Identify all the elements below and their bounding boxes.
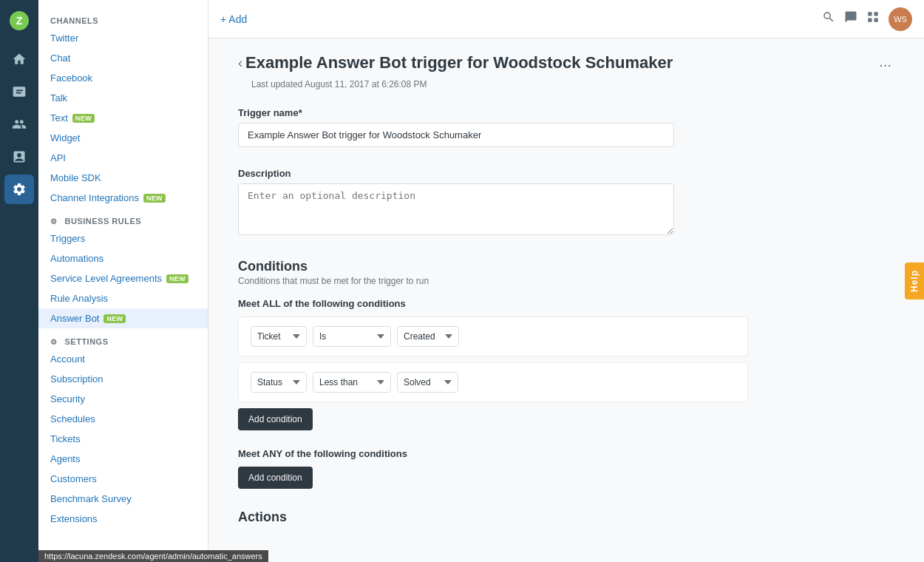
condition-1-col3-select[interactable]: Created Updated Solved <box>397 326 459 347</box>
search-icon[interactable] <box>822 10 835 27</box>
sla-badge: NEW <box>166 274 188 283</box>
extensions-label: Extensions <box>50 513 98 524</box>
sidebar-item-security[interactable]: Security <box>38 389 208 409</box>
url-bar: https://lacuna.zendesk.com/agent/admin/a… <box>38 550 268 562</box>
sidebar-item-facebook[interactable]: Facebook <box>38 68 208 88</box>
sidebar-item-sla[interactable]: Service Level Agreements NEW <box>38 268 208 288</box>
sidebar-item-extensions[interactable]: Extensions <box>38 509 208 529</box>
tickets-label: Tickets <box>50 433 81 444</box>
main-wrapper: + Add WS ‹ Example Answer Bot trigger fo… <box>208 0 924 562</box>
conditions-subtitle: Conditions that must be met for the trig… <box>238 276 894 286</box>
topbar: + Add WS <box>208 0 924 38</box>
actions-title: Actions <box>238 509 894 525</box>
condition-1-col2-select[interactable]: Is Is not Less than Greater than <box>313 326 391 347</box>
help-button[interactable]: Help <box>905 263 924 299</box>
chat-icon[interactable] <box>844 10 857 27</box>
condition-row-2: Status Ticket Priority Less than Is Is n… <box>238 362 748 402</box>
avatar-initials: WS <box>894 15 907 24</box>
business-rules-section-header: ⚙ BUSINESS RULES <box>38 208 208 228</box>
sidebar-item-answer-bot[interactable]: Answer Bot NEW <box>38 308 208 328</box>
trigger-name-section: Trigger name* <box>238 107 894 147</box>
sidebar-item-talk[interactable]: Talk <box>38 88 208 108</box>
sidebar-item-triggers[interactable]: Triggers <box>38 228 208 248</box>
add-condition-all-button[interactable]: Add condition <box>238 408 313 430</box>
sidebar-item-rule-analysis[interactable]: Rule Analysis <box>38 288 208 308</box>
grid-icon[interactable] <box>866 10 880 27</box>
sidebar-item-channel-integrations[interactable]: Channel Integrations NEW <box>38 188 208 208</box>
sidebar-item-automations[interactable]: Automations <box>38 248 208 268</box>
agents-label: Agents <box>50 453 80 464</box>
nav-settings-icon[interactable] <box>4 175 34 204</box>
sidebar-item-account[interactable]: Account <box>38 349 208 369</box>
condition-2-col2-select[interactable]: Less than Is Is not Greater than <box>313 372 391 393</box>
conditions-title: Conditions <box>238 259 894 274</box>
subscription-label: Subscription <box>50 373 103 385</box>
sidebar-item-mobile-sdk[interactable]: Mobile SDK <box>38 168 208 188</box>
sidebar-item-customers[interactable]: Customers <box>38 469 208 489</box>
main-content: ‹ Example Answer Bot trigger for Woodsto… <box>208 38 924 562</box>
nav-tickets-icon[interactable] <box>4 77 34 106</box>
avatar[interactable]: WS <box>889 7 912 31</box>
topbar-left: + Add <box>220 13 247 25</box>
settings-section-header: ⚙ SETTINGS <box>38 328 208 349</box>
answer-bot-label: Answer Bot <box>50 313 99 324</box>
sidebar-item-api[interactable]: API <box>38 148 208 168</box>
logo: Z <box>6 7 33 34</box>
settings-header-label: SETTINGS <box>65 337 109 346</box>
customers-label: Customers <box>50 473 97 484</box>
topbar-right: WS <box>822 7 912 31</box>
title-with-back: ‹ Example Answer Bot trigger for Woodsto… <box>238 53 673 72</box>
schedules-label: Schedules <box>50 413 95 424</box>
trigger-name-label: Trigger name* <box>238 107 894 118</box>
rule-analysis-label: Rule Analysis <box>50 293 108 304</box>
description-section: Description <box>238 168 894 238</box>
facebook-label: Facebook <box>50 72 92 84</box>
add-button[interactable]: + Add <box>220 13 247 25</box>
condition-row-1: Ticket Status Priority Is Is not Less th… <box>238 316 748 356</box>
conditions-section: Conditions Conditions that must be met f… <box>238 259 894 525</box>
condition-2-col3-select[interactable]: Solved Open Pending Closed <box>397 372 458 393</box>
channels-header-label: CHANNELS <box>50 16 98 25</box>
text-badge: NEW <box>72 114 95 123</box>
sidebar-item-twitter[interactable]: Twitter <box>38 28 208 48</box>
description-textarea[interactable] <box>238 183 674 235</box>
widget-label: Widget <box>50 132 80 143</box>
channel-integrations-label: Channel Integrations <box>50 192 139 203</box>
twitter-label: Twitter <box>50 33 78 44</box>
sidebar-item-text[interactable]: Text NEW <box>38 108 208 128</box>
nav-users-icon[interactable] <box>4 109 34 139</box>
nav-reports-icon[interactable] <box>4 142 34 172</box>
trigger-name-input[interactable] <box>238 123 674 147</box>
meet-all-label: Meet ALL of the following conditions <box>238 298 894 309</box>
icon-nav: Z <box>0 0 38 562</box>
description-label: Description <box>238 168 894 179</box>
mobile-sdk-label: Mobile SDK <box>50 172 101 183</box>
sidebar-item-agents[interactable]: Agents <box>38 449 208 469</box>
sidebar-item-chat[interactable]: Chat <box>38 48 208 68</box>
triggers-label: Triggers <box>50 233 85 244</box>
page-title-row: ‹ Example Answer Bot trigger for Woodsto… <box>238 53 894 76</box>
benchmark-survey-label: Benchmark Survey <box>50 493 132 504</box>
add-condition-any-button[interactable]: Add condition <box>238 467 313 489</box>
meet-any-section: Meet ANY of the following conditions Add… <box>238 448 894 489</box>
back-button[interactable]: ‹ <box>238 55 242 71</box>
api-label: API <box>50 152 66 163</box>
security-label: Security <box>50 393 85 404</box>
text-label: Text <box>50 112 68 123</box>
page-subtitle: Last updated August 11, 2017 at 6:26:08 … <box>251 79 894 89</box>
actions-section: Actions <box>238 509 894 525</box>
svg-text:Z: Z <box>16 15 23 27</box>
more-options-button[interactable]: ··· <box>876 53 894 76</box>
sidebar-item-tickets[interactable]: Tickets <box>38 429 208 449</box>
sidebar-item-benchmark-survey[interactable]: Benchmark Survey <box>38 489 208 509</box>
nav-home-icon[interactable] <box>4 44 34 74</box>
condition-2-col1-select[interactable]: Status Ticket Priority <box>251 372 307 393</box>
condition-1-col1-select[interactable]: Ticket Status Priority <box>251 326 307 347</box>
sidebar-item-widget[interactable]: Widget <box>38 128 208 148</box>
channel-integrations-badge: NEW <box>143 194 166 203</box>
sla-label: Service Level Agreements <box>50 273 162 284</box>
sidebar-item-subscription[interactable]: Subscription <box>38 369 208 389</box>
account-label: Account <box>50 353 85 365</box>
meet-any-label: Meet ANY of the following conditions <box>238 448 894 459</box>
sidebar-item-schedules[interactable]: Schedules <box>38 409 208 429</box>
